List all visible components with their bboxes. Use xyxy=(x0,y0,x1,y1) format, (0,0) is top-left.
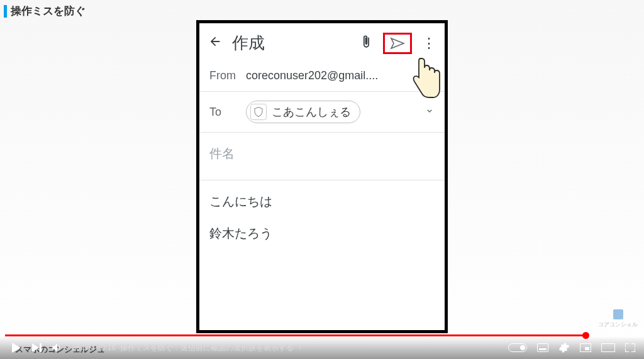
to-row[interactable]: To こあこんしぇる xyxy=(199,92,445,133)
subtitles-button[interactable] xyxy=(537,343,548,352)
send-icon[interactable] xyxy=(390,37,405,50)
chevron-right-icon xyxy=(296,344,304,351)
next-button[interactable] xyxy=(26,336,47,359)
chip-label: こあこんしぇる xyxy=(272,104,351,119)
fullscreen-button[interactable] xyxy=(625,343,635,352)
play-button[interactable] xyxy=(6,336,26,359)
time-display: 36:50 / 40:16 xyxy=(72,343,116,352)
more-icon[interactable]: ⋮ xyxy=(422,36,436,50)
chip-avatar-icon xyxy=(250,104,267,120)
watermark-icon xyxy=(613,309,623,319)
body-line: こんにちは xyxy=(209,193,435,210)
chapter-title[interactable]: · 操作ミスを防ぐ：送信前に確認の選択肢を表示する xyxy=(118,343,304,353)
time-current: 36:50 xyxy=(72,343,91,352)
accent-bar xyxy=(4,5,7,18)
watermark-text: コアコンシェル xyxy=(598,321,638,329)
send-button-highlight xyxy=(383,33,412,54)
attach-icon[interactable] xyxy=(359,35,373,52)
from-value: coreconuser202@gmail.... xyxy=(246,69,425,82)
subject-placeholder: 件名 xyxy=(209,146,235,160)
to-label: To xyxy=(209,106,246,119)
time-duration: 40:16 xyxy=(97,343,116,352)
from-label: From xyxy=(209,69,246,82)
corner-watermark: コアコンシェル xyxy=(598,309,638,329)
theater-button[interactable] xyxy=(601,343,615,352)
recipient-chip[interactable]: こあこんしぇる xyxy=(246,101,360,123)
player-controls: 36:50 / 40:16 · 操作ミスを防ぐ：送信前に確認の選択肢を表示する xyxy=(0,336,644,359)
phone-frame: 作成 ⋮ From coreconuser202@gmail.... To xyxy=(196,20,448,333)
volume-button[interactable] xyxy=(47,336,67,359)
body-line: 鈴木たろう xyxy=(209,225,435,242)
subject-input[interactable]: 件名 xyxy=(199,133,445,180)
slide-title: 操作ミスを防ぐ xyxy=(4,4,86,18)
compose-topbar: 作成 ⋮ xyxy=(199,23,445,60)
slide-title-text: 操作ミスを防ぐ xyxy=(11,4,86,18)
back-arrow-icon[interactable] xyxy=(208,35,222,52)
hand-cursor-illustration xyxy=(411,56,442,100)
from-row[interactable]: From coreconuser202@gmail.... xyxy=(199,60,445,92)
compose-title: 作成 xyxy=(232,32,359,54)
autoplay-toggle[interactable] xyxy=(508,343,527,352)
chevron-down-icon xyxy=(425,106,435,119)
email-body[interactable]: こんにちは 鈴木たろう xyxy=(199,180,445,270)
settings-button[interactable] xyxy=(558,342,570,353)
miniplayer-button[interactable] xyxy=(580,343,591,352)
video-frame: 操作ミスを防ぐ 作成 ⋮ From coreconuser202@gmail xyxy=(0,0,644,359)
